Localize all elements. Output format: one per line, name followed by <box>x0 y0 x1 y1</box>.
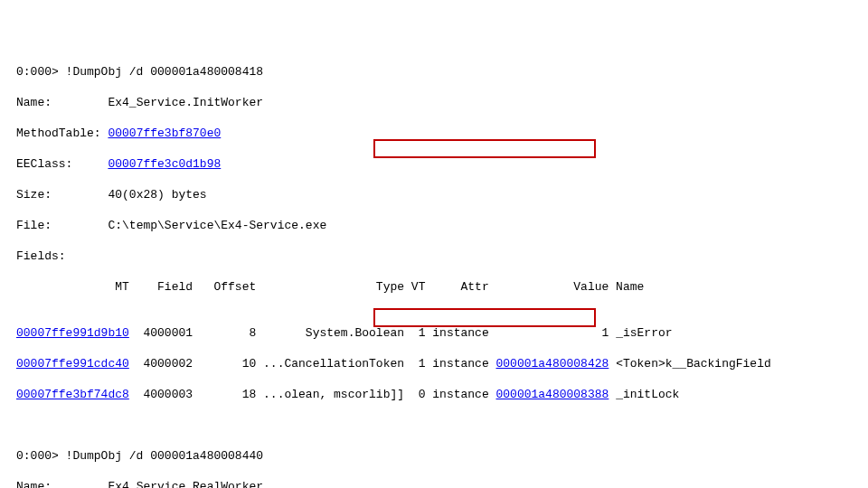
value-link[interactable]: 000001a480008388 <box>496 388 609 401</box>
row-name: <Token>k__BackingField <box>609 357 770 371</box>
row-mid: 4000001 8 System.Boolean 1 instance <box>129 326 496 340</box>
file-label: File: <box>16 219 52 232</box>
row-mid: 4000003 18 ...olean, mscorlib]] 0 instan… <box>129 388 496 401</box>
ee-label: EEClass: <box>16 157 72 171</box>
methodtable-link[interactable]: 00007ffe3bf870e0 <box>108 127 221 140</box>
mt-link[interactable]: 00007ffe991cdc40 <box>16 357 129 371</box>
spacer <box>52 96 108 109</box>
name-line: Name: Ex4_Service.InitWorker <box>16 95 852 110</box>
spacer <box>52 219 108 232</box>
table-row: 00007ffe3bf74dc8 4000003 18 ...olean, ms… <box>16 387 852 402</box>
methodtable-line: MethodTable: 00007ffe3bf870e0 <box>16 126 852 141</box>
mt-link[interactable]: 00007ffe991d9b10 <box>16 326 129 340</box>
row-name: _initLock <box>609 388 679 401</box>
mt-link[interactable]: 00007ffe3bf74dc8 <box>16 388 129 401</box>
eeclass-link[interactable]: 00007ffe3c0d1b98 <box>108 157 221 171</box>
fields-label: Fields: <box>16 249 852 264</box>
spacer <box>52 188 108 202</box>
debugger-output-panel: 0:000> !DumpObj /d 000001a480008418 Name… <box>0 0 868 488</box>
highlight-box <box>373 308 596 327</box>
name-line: Name: Ex4_Service.RealWorker <box>16 479 852 488</box>
mt-label: MethodTable: <box>16 127 101 140</box>
eeclass-line: EEClass: 00007ffe3c0d1b98 <box>16 156 852 172</box>
row-name: _isError <box>609 326 672 340</box>
file-value: C:\temp\Service\Ex4-Service.exe <box>108 219 326 232</box>
spacer <box>52 480 108 488</box>
cmd-line: 0:000> !DumpObj /d 000001a480008440 <box>16 448 852 464</box>
fields-header: MT Field Offset Type VT Attr Value Name <box>16 279 852 295</box>
size-line: Size: 40(0x28) bytes <box>16 187 852 202</box>
size-value: 40(0x28) bytes <box>108 188 206 202</box>
name-value: Ex4_Service.InitWorker <box>108 96 263 109</box>
size-label: Size: <box>16 188 52 202</box>
cmd-line: 0:000> !DumpObj /d 000001a480008418 <box>16 64 852 80</box>
row-value: 1 <box>496 326 609 340</box>
name-label: Name: <box>16 96 52 109</box>
highlight-box <box>373 139 596 158</box>
row-mid: 4000002 10 ...CancellationToken 1 instan… <box>129 357 496 371</box>
table-row: 00007ffe991cdc40 4000002 10 ...Cancellat… <box>16 356 852 371</box>
table-row: 00007ffe991d9b10 4000001 8 System.Boolea… <box>16 325 852 341</box>
name-label: Name: <box>16 480 52 488</box>
value-link[interactable]: 000001a480008428 <box>496 357 609 371</box>
name-value: Ex4_Service.RealWorker <box>108 480 263 488</box>
file-line: File: C:\temp\Service\Ex4-Service.exe <box>16 218 852 233</box>
